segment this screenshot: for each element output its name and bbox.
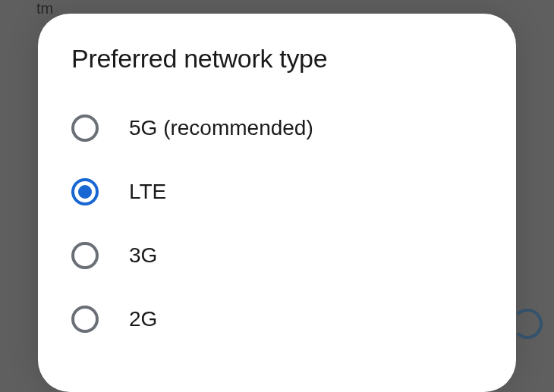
- backdrop-fragment: tm: [36, 0, 53, 17]
- option-3g[interactable]: 3G: [38, 224, 516, 287]
- option-label: 3G: [129, 243, 157, 268]
- option-label: 5G (recommended): [129, 116, 313, 140]
- radio-icon: [71, 242, 99, 269]
- background-decorative-circle: [512, 309, 543, 339]
- network-type-dialog: Preferred network type 5G (recommended) …: [38, 14, 516, 392]
- radio-icon: [71, 178, 99, 205]
- dialog-title: Preferred network type: [38, 44, 516, 96]
- radio-icon: [71, 114, 99, 142]
- option-5g[interactable]: 5G (recommended): [38, 96, 516, 160]
- option-label: LTE: [129, 180, 166, 204]
- option-lte[interactable]: LTE: [38, 160, 516, 224]
- option-2g[interactable]: 2G: [38, 287, 516, 351]
- radio-icon: [71, 306, 99, 333]
- option-label: 2G: [129, 307, 157, 331]
